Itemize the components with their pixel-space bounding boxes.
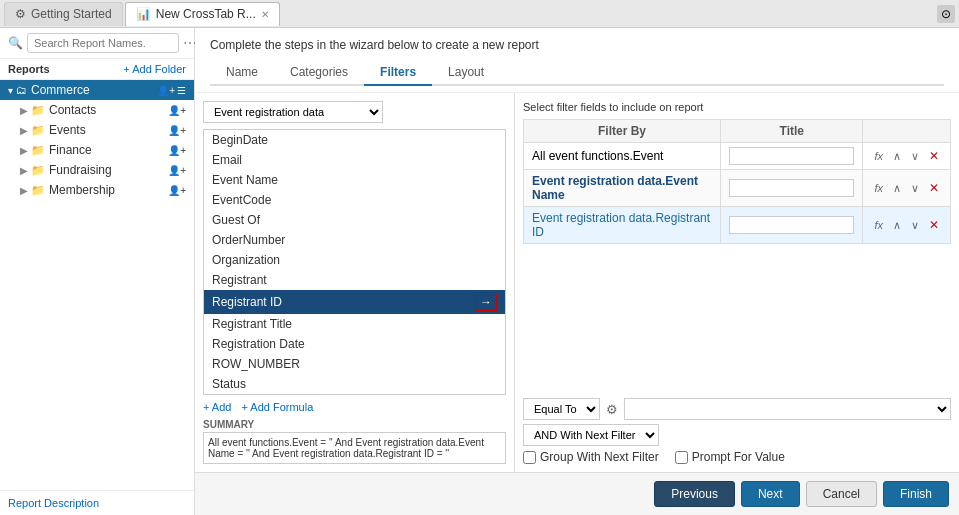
expand-arrow-icon: ▶ <box>20 185 28 196</box>
field-email[interactable]: Email <box>204 150 505 170</box>
summary-label: SUMMARY <box>203 419 506 430</box>
checkboxes-row: Group With Next Filter Prompt For Value <box>523 450 951 464</box>
search-icon: 🔍 <box>8 36 23 50</box>
add-person-icon[interactable]: 👤+ <box>157 85 175 96</box>
field-event-name[interactable]: Event Name <box>204 170 505 190</box>
title-input-2[interactable] <box>729 179 854 197</box>
field-organization[interactable]: Organization <box>204 250 505 270</box>
delete-icon-1[interactable]: ✕ <box>926 148 942 164</box>
add-formula-button[interactable]: + Add Formula <box>241 401 313 413</box>
add-person-icon[interactable]: 👤+ <box>168 125 186 136</box>
expand-arrow-icon: ▶ <box>20 105 28 116</box>
title-input-1[interactable] <box>729 147 854 165</box>
field-registrant-id[interactable]: Registrant ID → <box>204 290 505 314</box>
add-person-icon[interactable]: 👤+ <box>168 145 186 156</box>
and-with-dropdown[interactable]: AND With Next Filter <box>523 424 659 446</box>
gear-icon[interactable]: ⚙ <box>606 402 618 417</box>
up-icon-3[interactable]: ∧ <box>890 218 904 233</box>
prompt-value-checkbox[interactable] <box>675 451 688 464</box>
formula-icon-1[interactable]: fx <box>871 149 886 163</box>
add-person-icon[interactable]: 👤+ <box>168 165 186 176</box>
sidebar: 🔍 ⋯ Reports + Add Folder ▾ 🗂 Commerce 👤+… <box>0 28 195 515</box>
field-event-code[interactable]: EventCode <box>204 190 505 210</box>
delete-icon-2[interactable]: ✕ <box>926 180 942 196</box>
field-source-area: Event registration data <box>203 101 506 123</box>
cancel-button[interactable]: Cancel <box>806 481 877 507</box>
field-order-number[interactable]: OrderNumber <box>204 230 505 250</box>
formula-icon-2[interactable]: fx <box>871 181 886 195</box>
sidebar-search-area: 🔍 ⋯ <box>0 28 194 59</box>
sidebar-item-commerce[interactable]: ▾ 🗂 Commerce 👤+ ☰ <box>0 80 194 100</box>
expand-arrow-icon: ▶ <box>20 125 28 136</box>
filter-by-cell-3: Event registration data.Registrant ID <box>524 207 721 244</box>
tab-layout[interactable]: Layout <box>432 60 500 86</box>
tab-name[interactable]: Name <box>210 60 274 86</box>
menu-icon[interactable]: ☰ <box>177 85 186 96</box>
sidebar-item-events[interactable]: ▶ 📁 Events 👤+ <box>0 120 194 140</box>
tab-icon-new-crosstab: 📊 <box>136 7 151 21</box>
field-source-dropdown[interactable]: Event registration data <box>203 101 383 123</box>
content-area: Complete the steps in the wizard below t… <box>195 28 959 515</box>
formula-icon-3[interactable]: fx <box>871 218 886 232</box>
tab-bar: ⚙ Getting Started 📊 New CrossTab R... ✕ … <box>0 0 959 28</box>
sidebar-item-fundraising[interactable]: ▶ 📁 Fundraising 👤+ <box>0 160 194 180</box>
title-cell-2[interactable] <box>721 170 863 207</box>
field-actions: + Add + Add Formula <box>203 401 506 413</box>
search-input[interactable] <box>27 33 179 53</box>
tab-icon-getting-started: ⚙ <box>15 7 26 21</box>
actions-cell-3: fx ∧ ∨ ✕ <box>863 207 951 244</box>
tab-filters[interactable]: Filters <box>364 60 432 86</box>
value-dropdown[interactable] <box>624 398 951 420</box>
filter-table: Filter By Title All event functions.Even… <box>523 119 951 244</box>
prompt-value-checkbox-label[interactable]: Prompt For Value <box>675 450 785 464</box>
up-icon-1[interactable]: ∧ <box>890 149 904 164</box>
filter-row-1[interactable]: All event functions.Event fx ∧ ∨ ✕ <box>524 143 951 170</box>
filter-row-2[interactable]: Event registration data.Event Name fx ∧ … <box>524 170 951 207</box>
add-folder-button[interactable]: + Add Folder <box>123 63 186 75</box>
delete-icon-3[interactable]: ✕ <box>926 217 942 233</box>
filter-row-3[interactable]: Event registration data.Registrant ID fx… <box>524 207 951 244</box>
main-layout: 🔍 ⋯ Reports + Add Folder ▾ 🗂 Commerce 👤+… <box>0 28 959 515</box>
down-icon-1[interactable]: ∨ <box>908 149 922 164</box>
filter-by-cell-1: All event functions.Event <box>524 143 721 170</box>
up-icon-2[interactable]: ∧ <box>890 181 904 196</box>
group-next-checkbox-label[interactable]: Group With Next Filter <box>523 450 659 464</box>
field-begin-date[interactable]: BeginDate <box>204 130 505 150</box>
field-row-number[interactable]: ROW_NUMBER <box>204 354 505 374</box>
down-icon-2[interactable]: ∨ <box>908 181 922 196</box>
add-filter-button[interactable]: + Add <box>203 401 231 413</box>
filter-panel: Select filter fields to include on repor… <box>515 93 959 472</box>
filters-area: Event registration data BeginDate Email … <box>195 93 959 472</box>
sidebar-item-finance[interactable]: ▶ 📁 Finance 👤+ <box>0 140 194 160</box>
field-status[interactable]: Status <box>204 374 505 394</box>
next-button[interactable]: Next <box>741 481 800 507</box>
finish-button[interactable]: Finish <box>883 481 949 507</box>
down-icon-3[interactable]: ∨ <box>908 218 922 233</box>
report-description-link[interactable]: Report Description <box>8 497 99 509</box>
expand-arrow-icon: ▾ <box>8 85 13 96</box>
field-registrant[interactable]: Registrant <box>204 270 505 290</box>
add-person-icon[interactable]: 👤+ <box>168 185 186 196</box>
settings-icon[interactable]: ⊙ <box>937 5 955 23</box>
add-field-arrow-button[interactable]: → <box>475 293 497 311</box>
add-person-icon[interactable]: 👤+ <box>168 105 186 116</box>
close-icon[interactable]: ✕ <box>261 9 269 20</box>
field-registrant-title[interactable]: Registrant Title <box>204 314 505 334</box>
tab-getting-started[interactable]: ⚙ Getting Started <box>4 2 123 26</box>
field-panel: Event registration data BeginDate Email … <box>195 93 515 472</box>
field-registration-date[interactable]: Registration Date <box>204 334 505 354</box>
actions-cell-2: fx ∧ ∨ ✕ <box>863 170 951 207</box>
title-input-3[interactable] <box>729 216 854 234</box>
tab-new-crosstab[interactable]: 📊 New CrossTab R... ✕ <box>125 2 280 26</box>
operator-dropdown[interactable]: Equal To <box>523 398 600 420</box>
sidebar-tree: ▾ 🗂 Commerce 👤+ ☰ ▶ 📁 Contacts 👤+ ▶ 📁 Ev… <box>0 80 194 490</box>
title-cell-3[interactable] <box>721 207 863 244</box>
tab-categories[interactable]: Categories <box>274 60 364 86</box>
group-next-checkbox[interactable] <box>523 451 536 464</box>
bottom-bar: Previous Next Cancel Finish <box>195 472 959 515</box>
sidebar-item-contacts[interactable]: ▶ 📁 Contacts 👤+ <box>0 100 194 120</box>
field-guest-of[interactable]: Guest Of <box>204 210 505 230</box>
sidebar-item-membership[interactable]: ▶ 📁 Membership 👤+ <box>0 180 194 200</box>
title-cell-1[interactable] <box>721 143 863 170</box>
previous-button[interactable]: Previous <box>654 481 735 507</box>
